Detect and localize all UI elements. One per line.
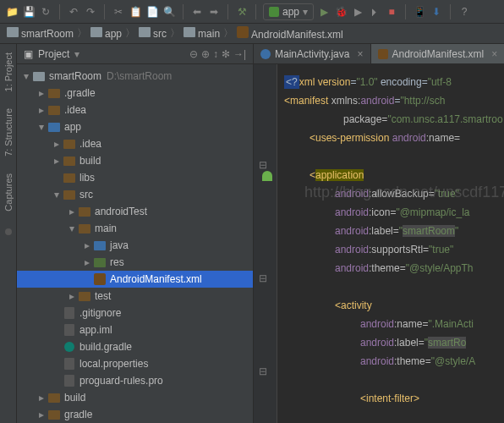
run-config-label: app — [282, 6, 299, 18]
main-toolbar: 📁 💾 ↻ ↶ ↷ ✂ 📋 📄 🔍 ⬅ ➡ ⚒ app ▾ ▶ 🐞 ▶ ⏵ ■ … — [0, 0, 504, 24]
gear-icon[interactable]: ✻ — [222, 48, 230, 60]
view-mode-icon[interactable]: ▣ — [24, 48, 33, 60]
tree-item[interactable]: ▾main — [17, 220, 253, 237]
panel-title: Project — [38, 48, 69, 60]
collapse-icon[interactable]: ⊖ — [189, 48, 198, 60]
attach-icon[interactable]: ⏵ — [368, 5, 381, 19]
build-icon[interactable]: ⚒ — [235, 5, 249, 19]
breadcrumb-item[interactable]: main — [184, 27, 220, 40]
tree-item[interactable]: ▸test — [17, 288, 253, 305]
undo-icon[interactable]: ↶ — [67, 5, 80, 19]
save-icon[interactable]: 💾 — [22, 5, 36, 19]
android-icon — [260, 169, 274, 183]
breadcrumb-item[interactable]: AndroidManifest.xml — [237, 26, 343, 41]
tree-item[interactable]: ▸androidTest — [17, 203, 253, 220]
circle-icon[interactable] — [5, 228, 12, 235]
project-tree[interactable]: ▾ smartRoom D:\smartRoom ▸.gradle▸.idea▾… — [17, 64, 253, 423]
tree-item[interactable]: ▸.idea — [17, 135, 253, 152]
tree-item[interactable]: ▸java — [17, 237, 253, 254]
avd-icon[interactable]: 📱 — [413, 5, 426, 19]
tree-item[interactable]: ▸res — [17, 254, 253, 271]
redo-icon[interactable]: ↷ — [84, 5, 97, 19]
xml-icon — [378, 49, 388, 59]
tree-item[interactable]: .gitignore — [17, 305, 253, 321]
tree-item[interactable]: ▸gradle — [17, 406, 253, 423]
sync-icon[interactable]: ↻ — [39, 5, 52, 19]
tree-item[interactable]: libs — [17, 169, 253, 186]
tree-item[interactable]: local.properties — [17, 355, 253, 372]
breadcrumb-item[interactable]: src — [139, 27, 167, 40]
tool-captures[interactable]: Captures — [3, 173, 14, 212]
tool-project[interactable]: 1: Project — [3, 52, 14, 91]
breadcrumb-item[interactable]: smartRoom — [7, 27, 74, 40]
tree-item[interactable]: ▾app — [17, 118, 253, 135]
copy-icon[interactable]: 📋 — [129, 5, 142, 19]
debug-icon[interactable]: 🐞 — [334, 5, 348, 19]
forward-icon[interactable]: ➡ — [207, 5, 221, 19]
tree-item[interactable]: ▾src — [17, 186, 253, 203]
run-config-selector[interactable]: app ▾ — [263, 3, 314, 20]
tree-item[interactable]: AndroidManifest.xml — [17, 271, 253, 288]
breadcrumb-item[interactable]: app — [90, 27, 122, 40]
tree-item[interactable]: ▸.idea — [17, 102, 253, 118]
editor-tab[interactable]: MainActivity.java× — [254, 44, 371, 63]
breadcrumb: smartRoom 〉 app 〉 src 〉 main 〉 AndroidMa… — [0, 24, 504, 44]
code-editor[interactable]: ⊟ ⊟ ⊟ http://blog.csdn.net/unscdf117 <?x… — [254, 64, 504, 423]
find-icon[interactable]: 🔍 — [162, 5, 176, 19]
scroll-icon[interactable]: ↕ — [213, 48, 218, 60]
cut-icon[interactable]: ✂ — [112, 5, 125, 19]
panel-header: ▣ Project ▾ ⊖ ⊕ ↕ ✻ →| — [17, 44, 253, 64]
editor-tab[interactable]: AndroidManifest.xml× — [371, 44, 505, 63]
sdk-icon[interactable]: ⬇ — [430, 5, 443, 19]
minimize-icon[interactable]: →| — [233, 48, 246, 60]
run-icon[interactable]: ▶ — [317, 5, 331, 19]
close-icon[interactable]: × — [357, 48, 363, 60]
class-icon — [260, 49, 271, 59]
back-icon[interactable]: ⬅ — [190, 5, 204, 19]
tool-structure[interactable]: 7: Structure — [3, 108, 14, 157]
left-tool-strip: 1: Project 7: Structure Captures — [0, 44, 17, 423]
tree-item[interactable]: build.gradle — [17, 338, 253, 355]
gutter: ⊟ ⊟ ⊟ — [254, 64, 277, 423]
project-panel: ▣ Project ▾ ⊖ ⊕ ↕ ✻ →| ▾ smartRoom D:\sm… — [17, 44, 254, 423]
tree-item[interactable]: ▸build — [17, 152, 253, 169]
profile-icon[interactable]: ▶ — [351, 5, 364, 19]
stop-icon[interactable]: ■ — [385, 5, 398, 19]
tree-item[interactable]: ▸build — [17, 389, 253, 406]
target-icon[interactable]: ⊕ — [201, 48, 210, 60]
tree-item[interactable]: ▸.gradle — [17, 85, 253, 102]
tree-item[interactable]: proguard-rules.pro — [17, 372, 253, 389]
module-icon — [269, 7, 279, 17]
editor-tabs: MainActivity.java×AndroidManifest.xml×fr… — [254, 44, 504, 64]
close-icon[interactable]: × — [491, 48, 497, 60]
editor-area: MainActivity.java×AndroidManifest.xml×fr… — [254, 44, 504, 423]
tree-item[interactable]: app.iml — [17, 321, 253, 338]
settings-icon[interactable]: ? — [457, 5, 471, 19]
paste-icon[interactable]: 📄 — [145, 5, 159, 19]
tree-root[interactable]: ▾ smartRoom D:\smartRoom — [17, 68, 253, 85]
open-icon[interactable]: 📁 — [5, 5, 19, 19]
